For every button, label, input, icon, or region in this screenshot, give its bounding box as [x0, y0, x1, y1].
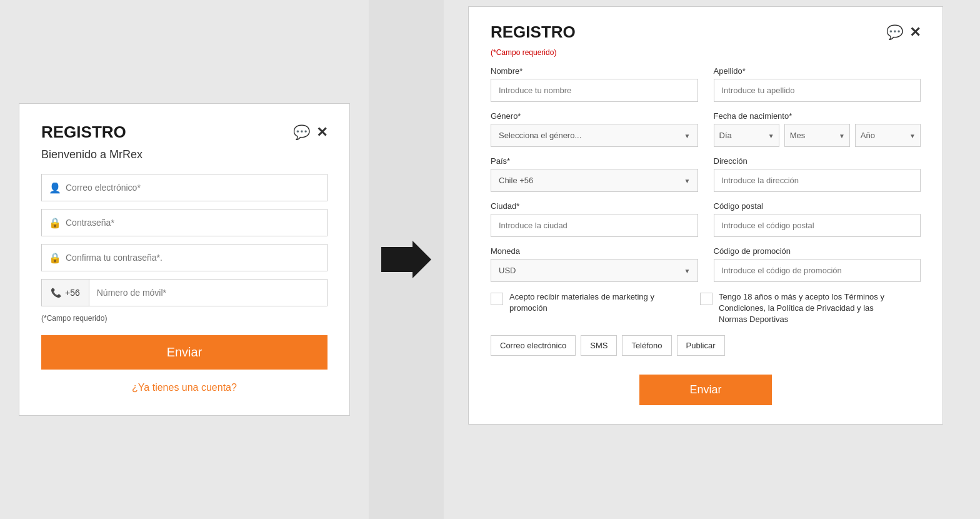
apellido-input[interactable] [714, 79, 921, 102]
login-link[interactable]: ¿Ya tienes una cuenta? [41, 382, 328, 393]
phone-input[interactable] [89, 280, 327, 306]
email-group: 👤 [41, 174, 328, 201]
left-form-card: REGISTRO 💬 ✕ Bienvenido a MrRex 👤 🔒 🔒 📞 … [19, 103, 350, 416]
marketing-buttons: Correo electrónicoSMSTeléfonoPublicar [491, 335, 921, 356]
left-required-note: (*Campo requerido) [41, 314, 328, 323]
dob-group: Día Mes Año [714, 124, 921, 147]
moneda-label: Moneda [491, 246, 698, 256]
chat-icon[interactable]: 💬 [293, 124, 310, 141]
dia-wrapper: Día [714, 124, 779, 147]
welcome-text: Bienvenido a MrRex [41, 148, 328, 161]
checkbox-row: Acepto recibir materiales de marketing y… [491, 291, 921, 326]
confirm-password-input[interactable] [41, 244, 328, 271]
phone-icon: 📞 [51, 288, 61, 298]
nombre-field: Nombre* [491, 66, 698, 102]
left-title: REGISTRO [41, 123, 126, 142]
nombre-label: Nombre* [491, 66, 698, 76]
mes-wrapper: Mes [784, 124, 850, 147]
person-icon: 👤 [49, 182, 61, 194]
moneda-field: Moneda USD [491, 246, 698, 282]
moneda-select-wrapper: USD [491, 259, 698, 282]
ciudad-label: Ciudad* [491, 201, 698, 211]
moneda-select[interactable]: USD [491, 259, 698, 282]
genero-label: Género* [491, 111, 698, 121]
svg-marker-0 [381, 241, 431, 278]
terms-label: Tengo 18 años o más y acepto los Término… [719, 291, 894, 326]
email-input[interactable] [41, 174, 328, 201]
confirm-password-group: 🔒 [41, 244, 328, 271]
left-panel: REGISTRO 💬 ✕ Bienvenido a MrRex 👤 🔒 🔒 📞 … [0, 0, 369, 519]
apellido-label: Apellido* [714, 66, 921, 76]
left-header-icons: 💬 ✕ [293, 124, 328, 141]
marketing-checkbox[interactable] [491, 293, 503, 305]
promo-input[interactable] [714, 259, 921, 282]
right-submit-wrapper: Enviar [491, 368, 921, 405]
codigo-postal-label: Código postal [714, 201, 921, 211]
lock2-icon: 🔒 [49, 252, 61, 264]
anio-wrapper: Año [855, 124, 921, 147]
genero-select[interactable]: Selecciona el género... [491, 124, 698, 147]
marketing-button-2[interactable]: Teléfono [622, 335, 671, 356]
marketing-button-3[interactable]: Publicar [677, 335, 725, 356]
right-submit-button[interactable]: Enviar [639, 375, 771, 405]
apellido-field: Apellido* [714, 66, 921, 102]
marketing-button-1[interactable]: SMS [581, 335, 617, 356]
right-header-icons: 💬 ✕ [886, 24, 921, 41]
dia-select[interactable]: Día [714, 124, 779, 147]
ciudad-field: Ciudad* [491, 201, 698, 237]
left-submit-button[interactable]: Enviar [41, 335, 328, 370]
genero-field: Género* Selecciona el género... [491, 111, 698, 147]
right-close-icon[interactable]: ✕ [909, 24, 921, 41]
codigo-postal-input[interactable] [714, 214, 921, 237]
genero-select-wrapper: Selecciona el género... [491, 124, 698, 147]
nombre-input[interactable] [491, 79, 698, 102]
pais-field: País* Chile +56 [491, 156, 698, 192]
dob-field: Fecha de nacimiento* Día Mes [714, 111, 921, 147]
phone-prefix: 📞 +56 [42, 280, 89, 306]
right-form-card: REGISTRO 💬 ✕ (*Campo requerido) Nombre* … [468, 6, 943, 425]
form-grid: Nombre* Apellido* Género* Selecciona el … [491, 66, 921, 282]
lock-icon: 🔒 [49, 217, 61, 229]
terms-checkbox[interactable] [700, 293, 712, 305]
terms-checkbox-item: Tengo 18 años o más y acepto los Término… [700, 291, 894, 326]
ciudad-input[interactable] [491, 214, 698, 237]
direccion-input[interactable] [714, 169, 921, 192]
close-icon[interactable]: ✕ [316, 124, 328, 141]
right-chat-icon[interactable]: 💬 [886, 24, 903, 41]
password-group: 🔒 [41, 209, 328, 236]
dob-label: Fecha de nacimiento* [714, 111, 921, 121]
right-required-note: (*Campo requerido) [491, 48, 921, 57]
password-input[interactable] [41, 209, 328, 236]
arrow-icon [381, 241, 431, 278]
promo-label: Código de promoción [714, 246, 921, 256]
right-panel: REGISTRO 💬 ✕ (*Campo requerido) Nombre* … [444, 0, 980, 519]
codigo-postal-field: Código postal [714, 201, 921, 237]
marketing-checkbox-item: Acepto recibir materiales de marketing y… [491, 291, 684, 326]
promo-field: Código de promoción [714, 246, 921, 282]
pais-select-wrapper: Chile +56 [491, 169, 698, 192]
marketing-button-0[interactable]: Correo electrónico [491, 335, 576, 356]
right-title: REGISTRO [491, 23, 576, 42]
phone-group: 📞 +56 [41, 279, 328, 306]
anio-select[interactable]: Año [855, 124, 921, 147]
direccion-field: Dirección [714, 156, 921, 192]
pais-select[interactable]: Chile +56 [491, 169, 698, 192]
left-header: REGISTRO 💬 ✕ [41, 123, 328, 142]
direccion-label: Dirección [714, 156, 921, 166]
right-header: REGISTRO 💬 ✕ [491, 23, 921, 42]
marketing-label: Acepto recibir materiales de marketing y… [509, 291, 684, 314]
mes-select[interactable]: Mes [784, 124, 850, 147]
phone-prefix-value: +56 [65, 288, 80, 298]
arrow-container [369, 0, 444, 519]
pais-label: País* [491, 156, 698, 166]
